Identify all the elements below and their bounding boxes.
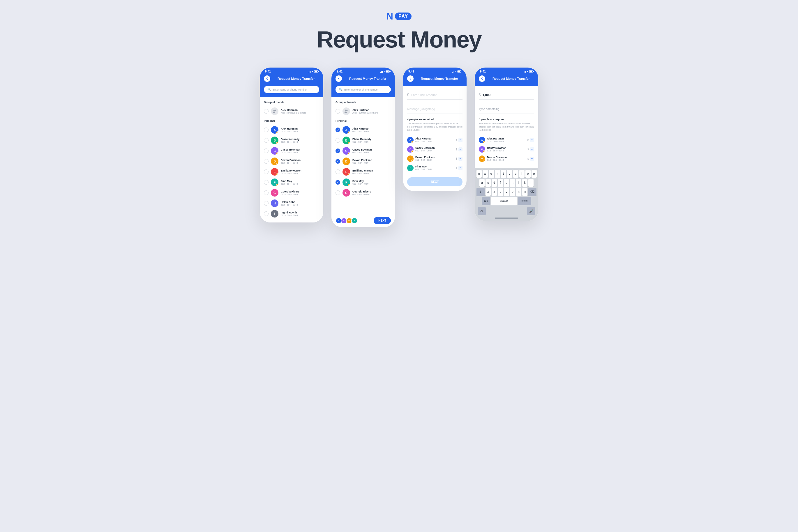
group-item-2[interactable]: Alex HartmanAlex Hartman & 3 others bbox=[336, 106, 391, 116]
group-name-2: Alex Hartman bbox=[353, 109, 391, 112]
key-g[interactable]: g bbox=[504, 179, 509, 187]
check-casey-1[interactable] bbox=[264, 149, 268, 153]
message-field-4[interactable]: Type something bbox=[479, 104, 534, 114]
key-space[interactable]: space bbox=[491, 197, 517, 205]
check-casey-2[interactable] bbox=[336, 149, 340, 153]
contact-devon-2[interactable]: D Devon Erickson612 - 564 - 0844 bbox=[336, 156, 391, 167]
key-c[interactable]: c bbox=[498, 188, 503, 196]
contact-alex-2[interactable]: A Alex Hartman612 - 564 - 0844 bbox=[336, 125, 391, 135]
contact-emiliano-2[interactable]: E Emiliano Warren612 - 564 - 0844 bbox=[336, 167, 391, 177]
key-n[interactable]: n bbox=[516, 188, 521, 196]
check-devon-1[interactable] bbox=[264, 159, 268, 164]
check-georgia-1[interactable] bbox=[264, 190, 268, 195]
edit-casey-4[interactable]: ✏ bbox=[530, 147, 534, 151]
home-indicator-4 bbox=[495, 217, 518, 219]
key-emoji[interactable]: ☺ bbox=[478, 207, 486, 215]
key-a[interactable]: a bbox=[479, 179, 484, 187]
avatar-devon-4: D bbox=[479, 155, 485, 162]
key-q[interactable]: q bbox=[476, 170, 482, 178]
check-blake-2[interactable] bbox=[336, 138, 340, 143]
contact-finn-2[interactable]: F Finn May612 - 564 - 0844 bbox=[336, 177, 391, 188]
contact-casey-2[interactable]: C Casey Bowman612 - 564 - 0844 bbox=[336, 146, 391, 156]
contact-helen-1[interactable]: H Helen Cobb612 - 564 - 0844 bbox=[264, 198, 319, 208]
key-dictate[interactable]: 🎤 bbox=[527, 207, 535, 215]
group-item-1[interactable]: Alex Hartman Alex Hartman & 3 others bbox=[264, 106, 319, 116]
key-return[interactable]: return bbox=[518, 197, 531, 205]
key-p[interactable]: p bbox=[532, 170, 537, 178]
phone-blake-2: 612 - 564 - 0844 bbox=[353, 141, 391, 143]
check-finn-2[interactable] bbox=[336, 180, 340, 185]
key-shift[interactable]: ⇧ bbox=[476, 188, 484, 196]
check-blake-1[interactable] bbox=[264, 138, 268, 143]
check-devon-2[interactable] bbox=[336, 159, 340, 164]
check-group-1[interactable] bbox=[264, 109, 268, 114]
amount-field-4[interactable]: $ 1,000 bbox=[479, 91, 534, 100]
contact-blake-1[interactable]: B Blake Kennedy612 - 564 - 0844 bbox=[264, 135, 319, 146]
edit-casey-3[interactable]: ✏ bbox=[458, 147, 462, 151]
search-bar-2[interactable]: 🔍 Enter name or phone number bbox=[331, 86, 395, 97]
contact-devon-1[interactable]: D Devon Erickson612 - 564 - 0844 bbox=[264, 156, 319, 167]
back-button-4[interactable] bbox=[479, 75, 485, 82]
contact-casey-1[interactable]: C Casey Bowman612 - 564 - 0844 bbox=[264, 146, 319, 156]
key-m[interactable]: m bbox=[522, 188, 528, 196]
back-button-2[interactable] bbox=[336, 75, 342, 82]
check-georgia-2[interactable] bbox=[336, 190, 340, 195]
key-s[interactable]: s bbox=[486, 179, 491, 187]
edit-devon-4[interactable]: ✏ bbox=[530, 157, 534, 161]
contact-blake-2[interactable]: B Blake Kennedy612 - 564 - 0844 bbox=[336, 135, 391, 146]
key-123[interactable]: 123 bbox=[482, 197, 490, 205]
back-button-3[interactable] bbox=[407, 75, 414, 82]
check-group-2[interactable] bbox=[336, 109, 340, 114]
name-georgia-1: Georgia Rivers bbox=[281, 190, 319, 193]
key-b[interactable]: b bbox=[510, 188, 515, 196]
nav-title-3: Request Money Transfer bbox=[417, 77, 462, 80]
key-t[interactable]: t bbox=[501, 170, 506, 178]
next-button-3[interactable]: NEXT bbox=[407, 177, 462, 186]
key-y[interactable]: y bbox=[507, 170, 512, 178]
key-v[interactable]: v bbox=[504, 188, 509, 196]
key-d[interactable]: d bbox=[492, 179, 497, 187]
key-i[interactable]: i bbox=[519, 170, 525, 178]
check-ingrid-1[interactable] bbox=[264, 211, 268, 216]
amount-right-alex-3: $ ✏ bbox=[456, 138, 462, 142]
key-r[interactable]: r bbox=[495, 170, 500, 178]
key-z[interactable]: z bbox=[486, 188, 491, 196]
next-button-2[interactable]: NEXT bbox=[374, 217, 391, 224]
key-f[interactable]: f bbox=[498, 179, 503, 187]
edit-alex-3[interactable]: ✏ bbox=[458, 138, 462, 142]
key-w[interactable]: w bbox=[482, 170, 488, 178]
battery-icon-3 bbox=[457, 71, 461, 73]
key-u[interactable]: u bbox=[513, 170, 518, 178]
check-alex-2[interactable] bbox=[336, 128, 340, 132]
phone-emiliano-2: 612 - 564 - 0844 bbox=[353, 172, 391, 175]
pphone-finn-3: 612 · 564 · 0844 bbox=[415, 168, 454, 171]
key-j[interactable]: j bbox=[516, 179, 521, 187]
contact-finn-1[interactable]: F Finn May612 - 564 - 0844 bbox=[264, 177, 319, 188]
check-alex-1[interactable] bbox=[264, 128, 268, 132]
edit-devon-3[interactable]: ✏ bbox=[458, 157, 462, 161]
edit-finn-3[interactable]: ✏ bbox=[458, 166, 462, 170]
back-button-1[interactable] bbox=[264, 75, 270, 82]
amount-field-3[interactable]: $ Enter The Amount bbox=[407, 91, 462, 100]
check-emiliano-1[interactable] bbox=[264, 169, 268, 174]
contact-georgia-2[interactable]: G Georgia Rivers612 - 564 - 0844 bbox=[336, 188, 391, 198]
pname-alex-4: Alex Hartman bbox=[487, 137, 526, 140]
selected-avatars: A C D F bbox=[336, 217, 358, 224]
key-backspace[interactable]: ⌫ bbox=[528, 188, 536, 196]
key-e[interactable]: e bbox=[489, 170, 494, 178]
message-field-3[interactable]: Message (Obligatory) bbox=[407, 104, 462, 114]
contact-emiliano-1[interactable]: E Emiliano Warren612 - 564 - 0844 bbox=[264, 167, 319, 177]
check-finn-1[interactable] bbox=[264, 180, 268, 185]
key-o[interactable]: o bbox=[526, 170, 531, 178]
check-emiliano-2[interactable] bbox=[336, 169, 340, 174]
edit-alex-4[interactable]: ✏ bbox=[530, 138, 534, 142]
contact-ingrid-1[interactable]: I Ingrid Huynh612 - 564 - 0844 bbox=[264, 208, 319, 219]
contact-alex-1[interactable]: A Alex Hartman612 - 564 - 0844 bbox=[264, 125, 319, 135]
check-helen-1[interactable] bbox=[264, 201, 268, 206]
key-k[interactable]: k bbox=[522, 179, 528, 187]
key-x[interactable]: x bbox=[492, 188, 497, 196]
key-h[interactable]: h bbox=[510, 179, 515, 187]
contact-georgia-1[interactable]: G Georgia Rivers612 - 564 - 0844 bbox=[264, 188, 319, 198]
search-bar-1[interactable]: 🔍 Enter name or phone number bbox=[260, 86, 323, 97]
key-l[interactable]: l bbox=[528, 179, 534, 187]
